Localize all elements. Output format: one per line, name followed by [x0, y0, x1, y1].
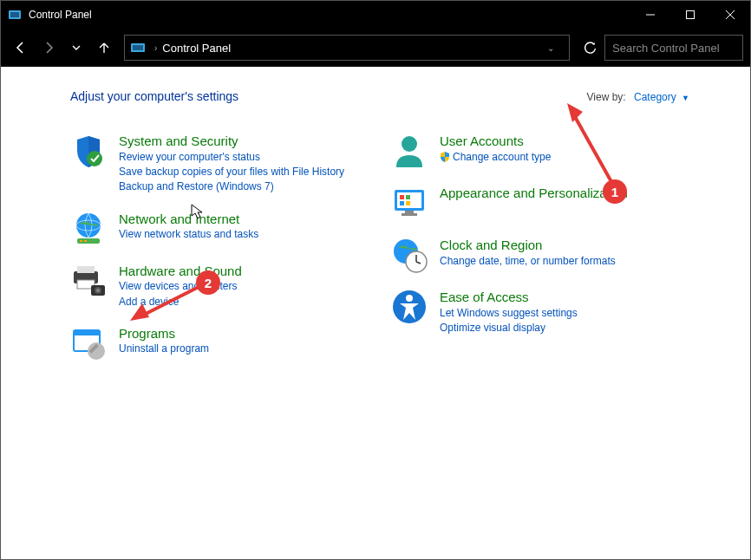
search-input[interactable] [612, 42, 751, 55]
svg-line-41 [574, 115, 614, 186]
titlebar: Control Panel [1, 1, 750, 29]
close-button[interactable] [710, 1, 750, 29]
window-title: Control Panel [29, 9, 630, 21]
svg-rect-30 [406, 195, 410, 199]
up-button[interactable] [91, 35, 117, 61]
category-link[interactable]: Change account type [440, 150, 551, 165]
svg-rect-1 [10, 12, 19, 17]
view-by-value[interactable]: Category [634, 91, 676, 103]
category-clock-region: Clock and Region Change date, time, or n… [391, 237, 695, 273]
forward-button[interactable] [36, 35, 62, 61]
svg-rect-34 [402, 213, 417, 216]
category-link[interactable]: View network status and tasks [119, 227, 258, 242]
svg-rect-33 [405, 211, 414, 213]
printer-icon [70, 263, 107, 299]
annotation-arrow-2 [127, 279, 213, 331]
recent-locations-button[interactable] [63, 35, 89, 61]
chevron-down-icon[interactable]: ⌄ [538, 43, 564, 53]
svg-rect-14 [80, 240, 82, 242]
globe-icon [70, 211, 107, 247]
category-hardware: Hardware and Sound View devices and prin… [70, 263, 374, 309]
chevron-down-icon: ▼ [682, 94, 689, 102]
category-link[interactable]: Backup and Restore (Windows 7) [119, 179, 344, 194]
category-link[interactable]: Review your computer's status [119, 150, 344, 165]
svg-rect-29 [400, 195, 404, 199]
right-column: User Accounts Change account type Appear… [391, 133, 695, 361]
svg-point-26 [402, 136, 417, 152]
annotation-arrow-1 [560, 101, 630, 205]
category-title[interactable]: Network and Internet [119, 211, 258, 228]
category-appearance: Appearance and Personalization [391, 185, 695, 221]
category-link[interactable]: Let Windows suggest settings [440, 306, 578, 321]
navigation-toolbar: › Control Panel ⌄ [1, 29, 750, 67]
svg-point-21 [96, 289, 100, 292]
category-title[interactable]: System and Security [119, 133, 344, 150]
svg-point-10 [87, 151, 102, 166]
svg-point-40 [406, 295, 413, 302]
address-bar[interactable]: › Control Panel ⌄ [124, 35, 570, 61]
category-link[interactable]: Change date, time, or number formats [440, 254, 616, 269]
control-panel-window: Control Panel › Control Panel ⌄ [0, 0, 751, 560]
category-title[interactable]: Hardware and Sound [119, 263, 242, 280]
clock-globe-icon [391, 237, 428, 273]
maximize-button[interactable] [670, 1, 710, 29]
left-column: System and Security Review your computer… [70, 133, 374, 361]
svg-marker-42 [567, 103, 583, 122]
refresh-button[interactable] [577, 35, 603, 61]
category-title[interactable]: Clock and Region [440, 237, 616, 254]
category-link[interactable]: Optimize visual display [440, 321, 578, 335]
category-network: Network and Internet View network status… [70, 211, 374, 247]
minimize-button[interactable] [630, 1, 670, 29]
content-area: Adjust your computer's settings View by:… [1, 67, 750, 559]
category-ease-of-access: Ease of Access Let Windows suggest setti… [391, 289, 695, 335]
svg-rect-28 [397, 192, 421, 208]
monitor-icon [391, 185, 428, 221]
category-system-security: System and Security Review your computer… [70, 133, 374, 195]
category-link[interactable]: Uninstall a program [119, 342, 209, 356]
svg-marker-44 [130, 303, 149, 321]
category-title[interactable]: User Accounts [440, 133, 551, 150]
category-title[interactable]: Ease of Access [440, 289, 578, 306]
svg-rect-23 [74, 330, 100, 335]
window-controls [630, 1, 750, 29]
accessibility-icon [391, 289, 428, 325]
user-icon [391, 133, 428, 169]
control-panel-icon [130, 41, 146, 55]
app-icon [8, 8, 22, 22]
uac-shield-icon [440, 152, 450, 162]
svg-rect-15 [84, 240, 87, 242]
svg-rect-17 [77, 266, 95, 273]
svg-rect-7 [133, 45, 143, 50]
chevron-right-icon: › [154, 43, 157, 53]
category-programs: Programs Uninstall a program [70, 325, 374, 361]
shield-icon [70, 133, 107, 169]
svg-rect-3 [687, 11, 695, 19]
search-box[interactable] [604, 35, 743, 61]
category-link[interactable]: Save backup copies of your files with Fi… [119, 165, 344, 179]
svg-rect-31 [400, 201, 404, 205]
svg-rect-32 [406, 201, 410, 205]
breadcrumb-root[interactable]: Control Panel [162, 42, 231, 55]
back-button[interactable] [8, 35, 34, 61]
programs-icon [70, 325, 107, 361]
svg-line-43 [142, 286, 200, 316]
category-user-accounts: User Accounts Change account type [391, 133, 695, 169]
